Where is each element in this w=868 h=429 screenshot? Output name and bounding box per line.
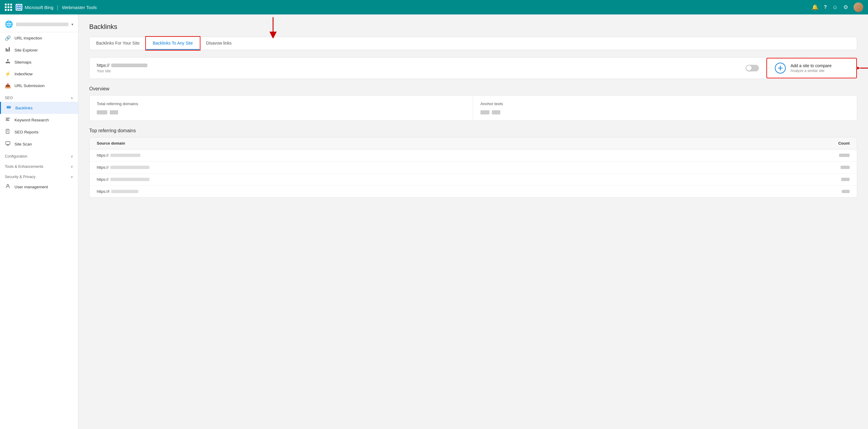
row-url-blurred-2: [110, 166, 150, 169]
svg-rect-9: [6, 62, 7, 63]
table-row: https://l: [90, 186, 857, 197]
svg-rect-5: [6, 48, 7, 52]
row-count-3: [841, 178, 849, 181]
security-section-header[interactable]: Security & Privacy ∨: [0, 170, 78, 181]
bell-icon[interactable]: 🔔: [812, 4, 818, 10]
sidebar-item-label: SEO Reports: [14, 130, 38, 134]
sidebar-item-label: Sitemaps: [14, 60, 31, 64]
sidebar-item-indexnow[interactable]: ⚡ IndexNow: [0, 68, 78, 80]
referring-domains-num2: [110, 110, 118, 114]
page-title: Backlinks: [89, 23, 857, 31]
svg-rect-7: [9, 47, 10, 52]
site-name-blurred: [16, 23, 68, 26]
bing-logo-icon: [16, 4, 22, 10]
svg-rect-1: [17, 5, 19, 7]
topnav: Microsoft Bing | Webmaster Tools 🔔 ? ☺ ⚙: [0, 0, 868, 14]
url-inspection-icon: 🔗: [5, 35, 11, 41]
site-toggle[interactable]: [746, 65, 759, 71]
svg-rect-22: [6, 141, 10, 144]
svg-rect-4: [19, 7, 21, 9]
row-url-1: https://: [97, 153, 141, 158]
top-referring-section-title: Top referring domains: [89, 128, 857, 133]
svg-rect-10: [7, 62, 8, 63]
sidebar-item-label: User management: [14, 185, 48, 189]
svg-rect-11: [9, 62, 10, 63]
sidebar-item-seo-reports[interactable]: SEO Reports: [0, 126, 78, 138]
brand-divider: |: [57, 4, 59, 10]
tabs-container: Backlinks For Your Site Backlinks To Any…: [89, 37, 857, 50]
anchor-texts-num2: [492, 110, 500, 114]
row-url-blurred-1: [110, 154, 141, 157]
seo-section-label: SEO: [5, 96, 13, 100]
overview-card-referring-domains: Total referring domains: [90, 96, 473, 121]
help-icon[interactable]: ?: [824, 4, 827, 10]
sidebar-item-label: Site Explorer: [14, 48, 38, 53]
app-grid-icon[interactable]: [5, 4, 12, 11]
dropdown-chevron-icon: ▾: [71, 22, 73, 27]
sidebar-item-url-submission[interactable]: 📤 URL Submission: [0, 80, 78, 92]
topnav-left: Microsoft Bing | Webmaster Tools: [5, 4, 97, 11]
config-section-label: Configuration: [5, 154, 27, 159]
your-site-info: https:// Your site: [97, 63, 147, 73]
brand-logo: Microsoft Bing | Webmaster Tools: [16, 4, 97, 10]
count-header: Count: [838, 141, 849, 145]
svg-rect-17: [6, 120, 9, 121]
seo-section-header[interactable]: SEO ∧: [0, 92, 78, 102]
url-submission-icon: 📤: [5, 83, 11, 89]
site-explorer-icon: [5, 47, 11, 53]
your-site-url-blurred: [111, 64, 147, 67]
sidebar-item-user-management[interactable]: User management: [0, 181, 78, 193]
keyword-research-icon: [5, 117, 11, 123]
sidebar-item-backlinks[interactable]: Backlinks: [0, 102, 78, 114]
sitemaps-icon: [5, 59, 11, 65]
tab-backlinks-to-any-site[interactable]: Backlinks To Any Site: [146, 37, 199, 50]
referring-domains-value: [97, 110, 466, 114]
indexnow-icon: ⚡: [5, 71, 11, 77]
sidebar: 🌐 ▾ 🔗 URL Inspection Site Explorer: [0, 14, 79, 429]
sidebar-item-sitemaps[interactable]: Sitemaps: [0, 56, 78, 68]
svg-rect-16: [6, 119, 9, 120]
app-name: Webmaster Tools: [62, 5, 97, 10]
sidebar-item-label: IndexNow: [14, 72, 33, 76]
anchor-texts-title: Anchor texts: [480, 102, 849, 106]
overview-grid: Total referring domains Anchor texts: [89, 95, 857, 121]
tools-chevron-icon: ∨: [70, 164, 73, 169]
compare-section: https:// Your site: [89, 57, 857, 79]
config-section-header[interactable]: Configuration ∨: [0, 150, 78, 160]
seo-section-chevron-icon: ∧: [70, 96, 73, 100]
main-content: Backlinks Backlinks For Your Site Backli…: [79, 14, 868, 429]
referring-domains-title: Total referring domains: [97, 102, 466, 106]
table-row: https://: [90, 150, 857, 162]
sidebar-item-site-explorer[interactable]: Site Explorer: [0, 44, 78, 56]
site-selector[interactable]: 🌐 ▾: [0, 17, 78, 32]
add-site-panel[interactable]: Add a site to compare Analyze a similar …: [767, 58, 857, 78]
annotation-arrow-down: [267, 17, 279, 38]
security-section-label: Security & Privacy: [5, 175, 35, 179]
tab-disavow-links[interactable]: Disavow links: [199, 37, 239, 50]
user-management-icon: [5, 184, 11, 190]
row-url-3: https://: [97, 177, 150, 182]
smiley-icon[interactable]: ☺: [832, 4, 838, 10]
row-url-blurred-4: [111, 190, 138, 193]
tools-section-header[interactable]: Tools & Enhancements ∨: [0, 160, 78, 170]
sidebar-item-keyword-research[interactable]: Keyword Research: [0, 114, 78, 126]
row-url-4: https://l: [97, 189, 138, 194]
tools-section-label: Tools & Enhancements: [5, 164, 43, 169]
globe-icon: 🌐: [5, 21, 13, 28]
settings-icon[interactable]: ⚙: [843, 4, 848, 10]
add-site-title: Add a site to compare: [790, 63, 832, 68]
topnav-right: 🔔 ? ☺ ⚙: [812, 2, 863, 12]
your-site-url: https://: [97, 63, 147, 68]
referring-table-header: Source domain Count: [90, 137, 857, 150]
sidebar-item-url-inspection[interactable]: 🔗 URL Inspection: [0, 32, 78, 44]
tab-backlinks-for-your-site[interactable]: Backlinks For Your Site: [90, 37, 146, 50]
source-domain-header: Source domain: [97, 141, 125, 145]
your-site-label: Your site: [97, 69, 147, 73]
sidebar-item-label: Backlinks: [16, 106, 33, 110]
sidebar-item-site-scan[interactable]: Site Scan: [0, 138, 78, 150]
brand-name: Microsoft Bing: [25, 5, 53, 10]
user-avatar[interactable]: [854, 2, 863, 12]
site-scan-icon: [5, 141, 11, 147]
row-url-blurred-3: [110, 178, 150, 181]
row-count-1: [839, 154, 849, 157]
